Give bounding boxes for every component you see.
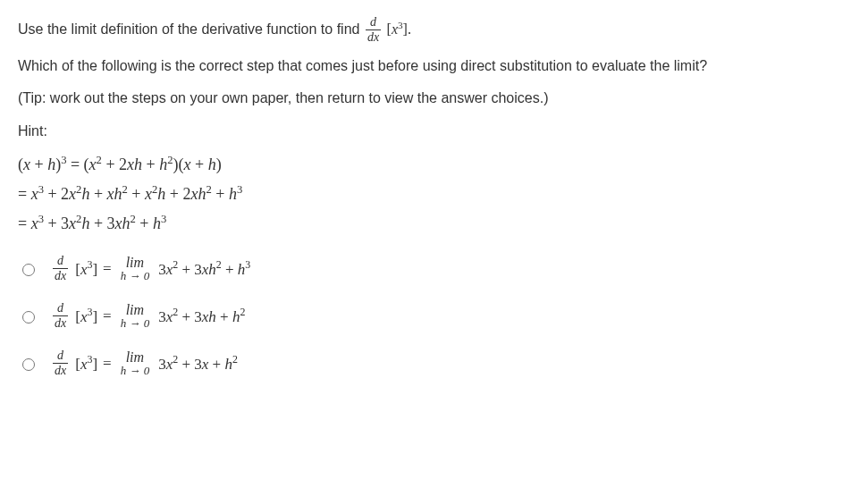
- choice-2-body: d dx [x3][x³] = lim h → 0 3x2 + 3xh + h2…: [51, 302, 245, 330]
- hint-line-1: (x + h)3 = (x2 + 2xh + h2)(x + h) (x + h…: [18, 154, 850, 174]
- hint-line-3: = x3 + 3x2h + 3xh2 + h3 = x³ + 3x²h + 3x…: [18, 213, 850, 233]
- choice-2-lim: lim h → 0: [121, 303, 150, 329]
- choice-1-eq: =: [103, 260, 112, 278]
- choice-1-frac: d dx: [53, 255, 68, 282]
- choice-2-eq: =: [103, 307, 112, 325]
- choice-3[interactable]: d dx [x3][x³] = lim h → 0 3x2 + 3x + h23…: [18, 349, 850, 377]
- question-line-1: Use the limit definition of the derivati…: [18, 16, 850, 44]
- hint-line-2: = x3 + 2x2h + xh2 + x2h + 2xh2 + h3 = x³…: [18, 183, 850, 204]
- answer-choices: d dx [x3][x³] = lim h → 0 3x2 + 3xh2 + h…: [18, 255, 850, 377]
- choice-3-rhs: 3x2 + 3x + h23x² + 3x + h²: [158, 353, 238, 374]
- choice-2-rhs: 3x2 + 3xh + h23x² + 3xh + h²: [158, 306, 245, 326]
- intro-bracket: [[x³].x3].: [387, 21, 411, 37]
- choice-1-rhs: 3x2 + 3xh2 + h33x² + 3xh² + h³: [158, 258, 250, 279]
- choice-2-frac: d dx: [53, 302, 68, 330]
- choice-1-lhs: [x3][x³]: [75, 258, 97, 279]
- choice-3-body: d dx [x3][x³] = lim h → 0 3x2 + 3x + h23…: [51, 349, 238, 377]
- intro-frac: d dx: [366, 16, 381, 44]
- choice-3-eq: =: [103, 355, 112, 373]
- question-tip: (Tip: work out the steps on your own pap…: [18, 88, 850, 108]
- choice-1-radio[interactable]: [22, 264, 35, 276]
- choice-2[interactable]: d dx [x3][x³] = lim h → 0 3x2 + 3xh + h2…: [18, 302, 850, 330]
- choice-1-lim: lim h → 0: [121, 256, 150, 282]
- intro-pre: Use the limit definition of the derivati…: [18, 21, 364, 37]
- choice-3-radio[interactable]: [22, 358, 35, 371]
- choice-3-lhs: [x3][x³]: [75, 353, 97, 374]
- choice-3-lim: lim h → 0: [121, 350, 150, 376]
- choice-1-body: d dx [x3][x³] = lim h → 0 3x2 + 3xh2 + h…: [51, 255, 250, 282]
- hint-label: Hint:: [18, 122, 850, 141]
- choice-1[interactable]: d dx [x3][x³] = lim h → 0 3x2 + 3xh2 + h…: [18, 255, 850, 282]
- question-line-2: Which of the following is the correct st…: [18, 56, 850, 76]
- choice-2-radio[interactable]: [22, 311, 35, 324]
- choice-2-lhs: [x3][x³]: [75, 306, 97, 326]
- choice-3-frac: d dx: [53, 349, 68, 377]
